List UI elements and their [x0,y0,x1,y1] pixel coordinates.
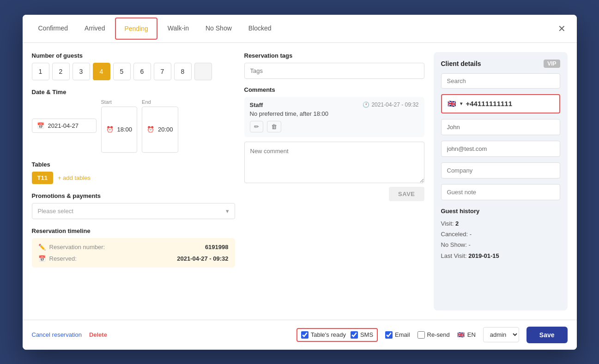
history-canceled-row: Canceled: - [441,229,560,239]
tables-ready-checkbox-item: Table's ready [301,331,346,339]
table-t11[interactable]: T11 [32,172,53,184]
resend-label: Re-send [427,331,450,338]
tab-confirmed[interactable]: Confirmed [30,18,77,39]
sms-checkbox-item: SMS [351,331,373,339]
edit-comment-button[interactable]: ✏ [250,121,263,132]
timeline-number-left: ✏️ Reservation number: [38,244,105,251]
guest-num-extra[interactable] [194,63,212,80]
tab-blocked[interactable]: Blocked [240,18,280,39]
guest-num-5[interactable]: 5 [113,63,131,80]
tab-pending[interactable]: Pending [115,18,157,40]
timeline-section: Reservation timeline ✏️ Reservation numb… [32,227,235,268]
client-details-label: Client details [441,60,481,67]
reservation-modal: Confirmed Arrived Pending Walk-in No Sho… [23,15,577,350]
noshow-value: - [469,241,471,248]
client-note-input[interactable] [441,184,560,200]
delete-comment-button[interactable]: 🗑 [267,121,281,132]
admin-select[interactable]: admin [483,327,519,342]
timeline-number-value: 6191998 [205,244,229,251]
start-time[interactable]: ⏰ 18:00 [101,107,138,153]
guest-num-1[interactable]: 1 [32,63,49,80]
tags-section: Reservation tags [244,52,424,79]
tables-ready-label: Table's ready [311,331,346,338]
tables-ready-checkbox[interactable] [301,331,309,339]
save-comment-button[interactable]: SAVE [389,187,424,201]
email-checkbox-item: Email [385,331,410,339]
timeline-reserved-row: 📅 Reserved: 2021-04-27 - 09:32 [38,255,229,262]
comment-author: Staff [250,101,263,108]
end-time[interactable]: ⏰ 20:00 [142,107,178,153]
calendar-icon: 📅 [37,122,44,129]
noshow-label: No Show: [441,241,467,248]
lang-selector[interactable]: 🇬🇧 EN [457,331,476,338]
datetime-label: Date & Time [32,89,235,95]
start-label: Start [101,99,138,105]
guest-num-4[interactable]: 4 [93,63,110,80]
comments-label: Comments [244,86,424,93]
timeline-number-label: Reservation number: [49,244,105,251]
guest-num-6[interactable]: 6 [133,63,151,80]
guest-num-3[interactable]: 3 [73,63,90,80]
middle-column: Reservation tags Comments Staff 🕐 2021-0… [244,52,424,310]
tabs-row: Confirmed Arrived Pending Walk-in No Sho… [23,15,577,43]
edit-icon: ✏️ [38,244,46,251]
client-email-input[interactable] [441,141,560,157]
lang-value: EN [467,331,476,338]
start-time-wrapper: Start ⏰ 18:00 [101,99,138,153]
calendar-icon-timeline: 📅 [38,255,46,262]
sms-checkbox[interactable] [351,331,358,339]
client-name-input[interactable] [441,119,560,135]
timeline-reserved-left: 📅 Reserved: [38,255,77,262]
clock-icon-end: ⏰ [147,126,154,133]
guest-num-2[interactable]: 2 [52,63,70,80]
new-comment-wrapper: SAVE [244,142,424,201]
tables-ready-sms-group: Table's ready SMS [296,328,378,342]
promotions-select[interactable]: Please select ▾ [32,203,235,219]
client-search-input[interactable] [441,73,560,89]
phone-field[interactable]: 🇬🇧 ▾ +44111111111 [441,94,560,113]
visit-label: Visit: [441,220,454,227]
comment-meta: Staff 🕐 2021-04-27 - 09:32 [250,101,419,108]
timeline-box: ✏️ Reservation number: 6191998 📅 Reserve… [32,238,235,268]
delete-button[interactable]: Delete [89,331,107,338]
datetime-section: Date & Time 📅 2021-04-27 Start ⏰ 18:00 [32,89,235,153]
guest-history-title: Guest history [441,208,560,215]
date-picker[interactable]: 📅 2021-04-27 [32,119,97,133]
visit-value: 2 [455,220,459,227]
flag-chevron-icon: ▾ [460,101,462,106]
promotions-section: Promotions & payments Please select ▾ [32,192,235,219]
save-button[interactable]: Save [526,327,568,343]
resend-checkbox[interactable] [417,331,425,339]
end-label: End [142,99,178,105]
close-button[interactable]: ✕ [554,19,569,38]
tables-row: T11 + add tables [32,172,235,184]
timeline-reserved-label: Reserved: [49,255,77,262]
vip-badge: VIP [544,60,560,68]
start-value: 18:00 [117,126,133,133]
promotions-value: Please select [38,208,73,215]
tab-walkin[interactable]: Walk-in [159,18,197,39]
timeline-reserved-value: 2021-04-27 - 09:32 [177,255,228,262]
lang-flag-icon: 🇬🇧 [457,331,465,338]
left-column: Number of guests 1 2 3 4 5 6 7 8 Date & … [32,52,235,310]
datetime-row: 📅 2021-04-27 Start ⏰ 18:00 End ⏰ [32,99,235,153]
tab-arrived[interactable]: Arrived [76,18,113,39]
email-checkbox[interactable] [385,331,393,339]
client-company-input[interactable] [441,162,560,179]
promotions-label: Promotions & payments [32,192,235,199]
end-value: 20:00 [158,126,173,133]
tab-noshow[interactable]: No Show [197,18,240,39]
cancel-reservation-link[interactable]: Cancel reservation [32,331,82,338]
timeline-number-row: ✏️ Reservation number: 6191998 [38,244,229,251]
resend-checkbox-item: Re-send [417,331,450,339]
new-comment-textarea[interactable] [244,142,424,183]
guest-num-7[interactable]: 7 [154,63,171,80]
guest-num-8[interactable]: 8 [174,63,192,80]
timeline-label: Reservation timeline [32,227,235,234]
tags-label: Reservation tags [244,52,424,59]
guests-section: Number of guests 1 2 3 4 5 6 7 8 [32,52,235,80]
tags-input[interactable] [244,63,424,79]
email-label: Email [395,331,410,338]
add-tables-link[interactable]: + add tables [58,174,91,181]
comments-section: Comments Staff 🕐 2021-04-27 - 09:32 No p… [244,86,424,201]
